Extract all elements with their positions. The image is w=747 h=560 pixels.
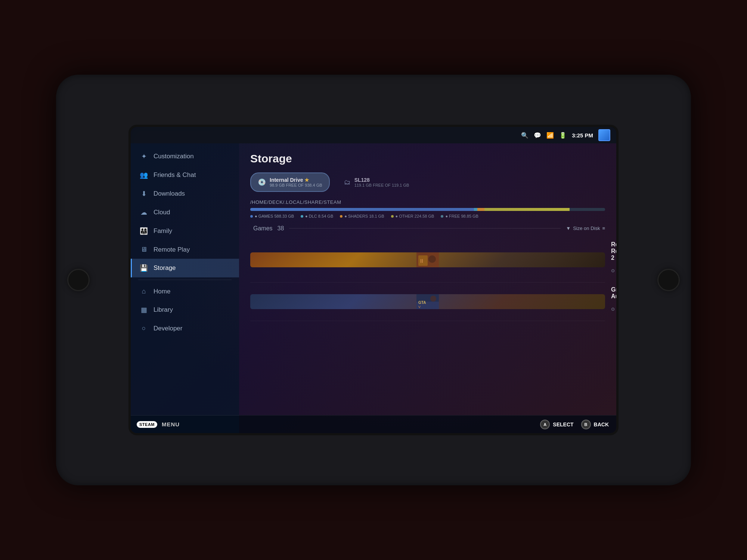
select-control[interactable]: A SELECT [540, 420, 573, 429]
sidebar-item-developer[interactable]: ○ Developer [131, 319, 239, 337]
customization-icon: ✦ [139, 152, 148, 161]
svg-point-8 [430, 296, 436, 302]
sidebar-item-cloud[interactable]: ☁ Cloud [131, 203, 239, 222]
content-area: Storage 💿 Internal Drive ★ 98.9 GB FREE … [239, 143, 616, 433]
internal-drive-icon: 💿 [258, 178, 266, 186]
legend-free: ● FREE 98.85 GB [441, 214, 478, 218]
sort-button[interactable]: ▼ Size on Disk ≡ [566, 225, 605, 231]
sidebar: ✦ Customization 👥 Friends & Chat ⬇ Downl… [131, 143, 239, 433]
sort-down-icon: ▼ [566, 225, 571, 231]
gta5-name: Grand Theft Auto V [611, 286, 616, 300]
battery-icon: 🔋 [559, 132, 567, 139]
sidebar-item-storage[interactable]: 💾 Storage [131, 259, 239, 277]
page-title: Storage [250, 152, 605, 165]
cloud-icon: ☁ [139, 208, 148, 217]
back-control[interactable]: B BACK [581, 420, 609, 429]
sidebar-item-home[interactable]: ⌂ Home [131, 282, 239, 301]
internal-drive-name: Internal Drive ★ [270, 177, 322, 183]
gta5-dlc: ⊙ 326.32 MB [611, 301, 616, 317]
external-drive-free: 119.1 GB FREE OF 119.1 GB [354, 183, 409, 187]
svg-text:GTA: GTA [418, 301, 426, 305]
steam-deck-device: 🔍 💬 📶 🔋 3:25 PM ✦ Customization 👥 Friend… [56, 75, 691, 485]
rdr2-dlc: ⊙ 7.71 GB [611, 263, 616, 279]
drive-row: 💿 Internal Drive ★ 98.9 GB FREE OF 938.4… [250, 172, 605, 192]
bar-games [250, 208, 474, 211]
bottom-controls: A SELECT B BACK [239, 415, 616, 433]
rdr2-thumbnail: II [250, 252, 605, 267]
rdr2-meta: ⊙ 7.71 GB ⏱ JAN 22, 2024 [611, 263, 616, 279]
friends-icon: 👥 [139, 171, 148, 179]
gta5-thumbnail: GTA V [250, 294, 605, 309]
header-divider [289, 228, 561, 228]
external-drive-name: SL128 [354, 177, 409, 183]
a-button: A [540, 420, 550, 429]
sidebar-item-remote-play[interactable]: 🖥 Remote Play [131, 240, 239, 259]
internal-drive-free: 98.9 GB FREE OF 938.4 GB [270, 183, 322, 187]
svg-text:V: V [418, 305, 421, 309]
bar-free [570, 208, 605, 211]
bar-other [484, 208, 570, 211]
b-button: B [581, 420, 591, 429]
legend-other: ● OTHER 224.58 GB [391, 214, 434, 218]
games-list: II Red Dead Redemption 2 ⊙ 7.71 GB [250, 237, 605, 321]
bar-shaders [477, 208, 484, 211]
signal-icon: 📶 [546, 132, 554, 139]
legend-shaders: ● SHADERS 18.1 GB [340, 214, 384, 218]
table-row[interactable]: II Red Dead Redemption 2 ⊙ 7.71 GB [250, 237, 605, 283]
svg-text:II: II [420, 258, 423, 264]
dlc-icon: ⊙ [611, 268, 615, 273]
left-joystick[interactable] [67, 269, 90, 291]
sidebar-item-library[interactable]: ▦ Library [131, 301, 239, 319]
library-icon: ▦ [139, 306, 148, 314]
menu-label: MENU [162, 421, 180, 427]
legend-dlc: ● DLC 8.54 GB [301, 214, 333, 218]
sidebar-item-downloads[interactable]: ⬇ Downloads [131, 184, 239, 203]
sidebar-item-customization[interactable]: ✦ Customization [131, 147, 239, 166]
external-drive-button[interactable]: 🗂 SL128 119.1 GB FREE OF 119.1 GB [337, 173, 416, 191]
rdr2-name: Red Dead Redemption 2 [611, 241, 616, 261]
downloads-icon: ⬇ [139, 190, 148, 198]
steam-menu-bar[interactable]: STEAM MENU [131, 415, 239, 433]
gta5-meta: ⊙ 326.32 MB ⏱ JAN 20, 2024 [611, 301, 616, 317]
storage-icon: 💾 [139, 264, 148, 272]
developer-icon: ○ [139, 324, 148, 332]
sidebar-item-friends[interactable]: 👥 Friends & Chat [131, 166, 239, 184]
avatar[interactable] [598, 129, 610, 141]
family-icon: 👨‍👩‍👧 [139, 227, 148, 235]
filter-icon: ≡ [602, 225, 605, 231]
search-icon[interactable]: 🔍 [521, 132, 529, 139]
sidebar-item-family[interactable]: 👨‍👩‍👧 Family [131, 222, 239, 240]
games-count: Games 38 [250, 224, 284, 232]
status-bar: 🔍 💬 📶 🔋 3:25 PM [131, 127, 616, 143]
remote-play-icon: 🖥 [139, 246, 148, 253]
legend-games: ● GAMES 588.33 GB [250, 214, 294, 218]
gta5-info: Grand Theft Auto V ⊙ 326.32 MB ⏱ JAN 20,… [611, 286, 616, 317]
home-icon: ⌂ [139, 287, 148, 295]
right-joystick[interactable] [657, 269, 680, 291]
storage-path: /HOME/DECK/.LOCAL/SHARE/STEAM [250, 199, 605, 205]
svg-point-2 [428, 255, 436, 263]
screen: 🔍 💬 📶 🔋 3:25 PM ✦ Customization 👥 Friend… [131, 127, 616, 433]
bar-dlc [474, 208, 478, 211]
table-row[interactable]: GTA V Grand Theft Auto V ⊙ 326.32 MB [250, 283, 605, 321]
games-header: Games 38 ▼ Size on Disk ≡ [250, 224, 605, 232]
storage-bar [250, 208, 605, 211]
external-drive-icon: 🗂 [344, 178, 351, 186]
steam-badge[interactable]: STEAM [137, 421, 157, 428]
clock: 3:25 PM [572, 132, 593, 139]
main-area: ✦ Customization 👥 Friends & Chat ⬇ Downl… [131, 143, 616, 433]
rdr2-info: Red Dead Redemption 2 ⊙ 7.71 GB ⏱ JAN 22… [611, 241, 616, 279]
internal-drive-button[interactable]: 💿 Internal Drive ★ 98.9 GB FREE OF 938.4… [250, 172, 330, 192]
storage-legend: ● GAMES 588.33 GB ● DLC 8.54 GB ● SHADER… [250, 214, 605, 218]
nav-divider [138, 280, 232, 280]
dlc-icon: ⊙ [611, 307, 615, 312]
message-icon: 💬 [534, 132, 541, 139]
